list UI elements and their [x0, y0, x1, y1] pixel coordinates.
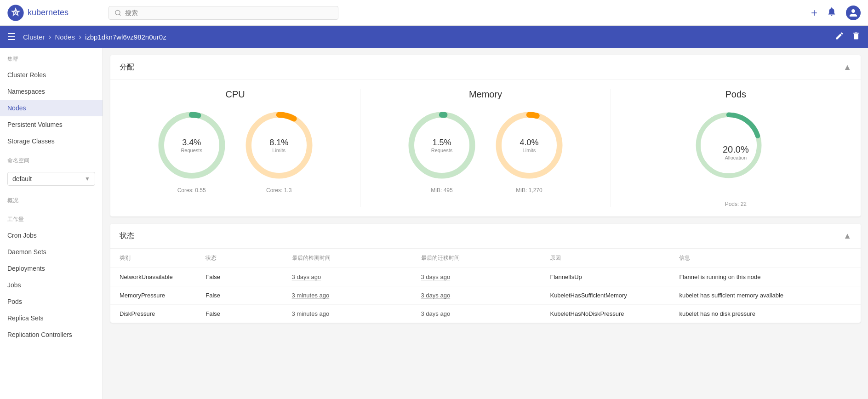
row1-message: Flannel is running on this node: [679, 274, 851, 280]
row1-last-probe: 3 days ago: [292, 274, 421, 280]
breadcrumb-bar: ☰ Cluster › Nodes › izbp1dkn7wl6vz982n0u…: [0, 26, 868, 48]
memory-limits-chart: 4.0% Limits MiB: 1,270: [495, 111, 564, 194]
row2-message: kubelet has sufficient memory available: [679, 292, 851, 299]
sidebar-item-persistent-volumes[interactable]: Persistent Volumes: [0, 116, 103, 133]
sidebar-item-storage-classes[interactable]: Storage Classes: [0, 133, 103, 149]
cpu-requests-footer: Cores: 0.55: [177, 187, 206, 194]
charts-area: CPU 3.4% Requests: [110, 80, 861, 217]
row3-type: DiskPressure: [120, 310, 206, 317]
allocation-header: 分配 ▲: [110, 55, 861, 80]
memory-limits-label: Limits: [520, 148, 538, 153]
top-nav: kubernetes +: [0, 0, 868, 26]
cpu-requests-donut: 3.4% Requests: [157, 111, 226, 180]
row3-last-probe: 3 minutes ago: [292, 310, 421, 317]
row3-reason: KubeletHasNoDiskPressure: [550, 310, 679, 317]
breadcrumb-sep-2: ›: [79, 32, 81, 42]
edit-button[interactable]: [835, 31, 844, 43]
col-message: 信息: [679, 254, 851, 262]
pods-allocation-footer: Pods: 22: [725, 201, 747, 207]
namespace-value: default: [12, 175, 32, 182]
pods-allocation-label: Allocation: [723, 155, 749, 160]
sidebar-section-namespace: 命名空间: [0, 149, 103, 168]
delete-button[interactable]: [851, 31, 861, 43]
row3-message: kubelet has no disk pressure: [679, 310, 851, 317]
breadcrumb-actions: [835, 31, 861, 43]
memory-requests-donut: 1.5% Requests: [407, 111, 476, 180]
row3-last-transition: 3 days ago: [421, 310, 550, 317]
col-last-transition: 最后的迁移时间: [421, 254, 550, 262]
search-bar[interactable]: [108, 6, 338, 20]
top-nav-actions: +: [811, 6, 861, 20]
sidebar-section-overview: 概况: [0, 189, 103, 208]
sidebar-item-cluster-roles[interactable]: Cluster Roles: [0, 67, 103, 83]
allocation-title: 分配: [120, 63, 134, 72]
breadcrumb-cluster[interactable]: Cluster: [23, 33, 45, 41]
cpu-limits-center: 8.1% Limits: [269, 138, 288, 153]
search-icon: [114, 9, 121, 17]
allocation-collapse-icon[interactable]: ▲: [843, 63, 851, 72]
memory-requests-chart: 1.5% Requests MiB: 495: [407, 111, 476, 194]
row1-type: NetworkUnavailable: [120, 274, 206, 280]
memory-requests-percent: 1.5%: [431, 138, 452, 148]
cpu-limits-chart: 8.1% Limits Cores: 1.3: [245, 111, 314, 194]
cpu-limits-donut: 8.1% Limits: [245, 111, 314, 180]
row3-status: False: [206, 310, 291, 317]
cpu-requests-label: Requests: [181, 148, 202, 153]
memory-requests-center: 1.5% Requests: [431, 138, 452, 153]
sidebar-item-replication-controllers[interactable]: Replication Controllers: [0, 326, 103, 343]
memory-requests-footer: MiB: 495: [431, 187, 452, 194]
cpu-title: CPU: [226, 89, 245, 100]
sidebar-item-pods[interactable]: Pods: [0, 293, 103, 310]
status-header: 状态 ▲: [110, 224, 861, 249]
status-collapse-icon[interactable]: ▲: [843, 231, 851, 241]
pods-allocation-donut: 20.0% Allocation: [694, 111, 777, 194]
row2-status: False: [206, 292, 291, 299]
cpu-requests-chart: 3.4% Requests Cores: 0.55: [157, 111, 226, 194]
col-last-probe: 最后的检测时间: [292, 254, 421, 262]
breadcrumb-nodes[interactable]: Nodes: [55, 33, 75, 41]
sidebar-item-jobs[interactable]: Jobs: [0, 277, 103, 293]
main-content: 分配 ▲ CPU: [103, 48, 868, 399]
cpu-limits-label: Limits: [269, 148, 288, 153]
sidebar-item-nodes[interactable]: Nodes: [0, 100, 103, 116]
row2-last-probe: 3 minutes ago: [292, 292, 421, 299]
sidebar-item-replica-sets[interactable]: Replica Sets: [0, 310, 103, 326]
memory-chart-group: Memory 1.5% Requests: [370, 89, 601, 194]
sidebar-section-workload: 工作量: [0, 208, 103, 227]
add-button[interactable]: +: [811, 6, 817, 19]
app-title: kubernetes: [28, 8, 69, 17]
cpu-chart-group: CPU 3.4% Requests: [120, 89, 351, 194]
col-reason: 原因: [550, 254, 679, 262]
main-layout: 集群 Cluster Roles Namespaces Nodes Persis…: [0, 48, 868, 399]
row1-status: False: [206, 274, 291, 280]
table-row: MemoryPressure False 3 minutes ago 3 day…: [110, 286, 861, 305]
memory-title: Memory: [469, 89, 502, 100]
row2-last-transition: 3 days ago: [421, 292, 550, 299]
col-status: 状态: [206, 254, 291, 262]
search-input[interactable]: [125, 9, 332, 17]
svg-point-3: [15, 12, 17, 14]
menu-icon[interactable]: ☰: [7, 31, 16, 42]
sidebar-item-daemon-sets[interactable]: Daemon Sets: [0, 244, 103, 260]
memory-limits-footer: MiB: 1,270: [516, 187, 542, 194]
row1-reason: FlannelIsUp: [550, 274, 679, 280]
pods-allocation-percent: 20.0%: [723, 144, 749, 155]
notifications-icon[interactable]: [827, 6, 837, 19]
user-avatar[interactable]: [846, 6, 861, 20]
cpu-charts-row: 3.4% Requests Cores: 0.55: [157, 111, 314, 194]
cpu-requests-percent: 3.4%: [181, 138, 202, 148]
sidebar-item-deployments[interactable]: Deployments: [0, 260, 103, 277]
namespace-selector[interactable]: default ▼: [7, 172, 95, 186]
status-table-header: 类别 状态 最后的检测时间 最后的迁移时间 原因 信息: [110, 249, 861, 268]
status-section: 状态 ▲ 类别 状态 最后的检测时间 最后的迁移时间 原因 信息 Network…: [110, 224, 861, 323]
col-type: 类别: [120, 254, 206, 262]
memory-limits-percent: 4.0%: [520, 138, 538, 148]
logo-area: kubernetes: [7, 5, 108, 21]
sidebar-item-namespaces[interactable]: Namespaces: [0, 83, 103, 100]
sidebar-item-cron-jobs[interactable]: Cron Jobs: [0, 227, 103, 244]
pods-charts-row: 20.0% Allocation Pods: 22: [694, 111, 777, 207]
table-row: NetworkUnavailable False 3 days ago 3 da…: [110, 268, 861, 286]
divider-2: [611, 89, 611, 207]
memory-limits-center: 4.0% Limits: [520, 138, 538, 153]
table-row: DiskPressure False 3 minutes ago 3 days …: [110, 305, 861, 323]
